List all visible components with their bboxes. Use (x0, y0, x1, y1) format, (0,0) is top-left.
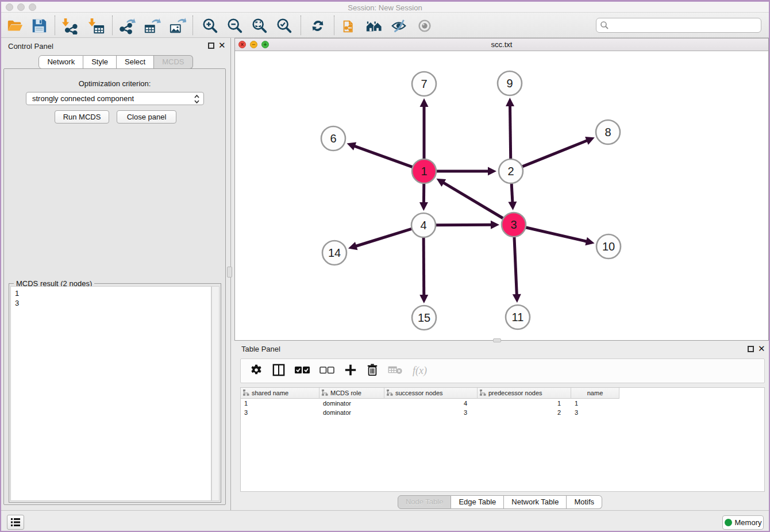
edge-4-15[interactable] (424, 237, 424, 296)
column-header-label: MCDS role (330, 390, 361, 396)
float-panel-button[interactable] (208, 43, 214, 49)
search-input[interactable] (609, 20, 761, 31)
window-title: Session: New Session (1, 3, 769, 12)
zoom-in-icon[interactable] (201, 17, 220, 35)
graph-node-label: 7 (421, 78, 427, 90)
mcds-result-list[interactable]: 13 (10, 286, 211, 501)
task-history-button[interactable] (7, 515, 24, 530)
mcds-result-line: 1 (15, 288, 211, 298)
result-scrollbar[interactable] (211, 286, 220, 501)
edge-2-8[interactable] (522, 140, 587, 167)
column-header-label: predecessor nodes (488, 390, 542, 396)
table-row[interactable]: 3dominator323 (241, 408, 764, 417)
column-header-name[interactable]: name (571, 388, 619, 399)
float-table-panel-button[interactable] (748, 346, 754, 352)
network-window-titlebar: × − + scc.txt (235, 38, 768, 51)
memory-button[interactable]: Memory (722, 515, 764, 530)
graph-node-label: 15 (418, 311, 430, 324)
zoom-fit-icon[interactable] (251, 17, 269, 35)
network-canvas[interactable]: 1234678910111415 (235, 51, 768, 340)
select-stepper-icon (194, 94, 199, 104)
hide-panel-eye-icon[interactable] (390, 17, 408, 35)
tab-edge-table[interactable]: Edge Table (451, 495, 504, 509)
import-network-icon[interactable] (61, 17, 79, 35)
column-header-shared-name[interactable]: shared name (241, 388, 319, 399)
memory-label: Memory (735, 518, 762, 527)
save-session-icon[interactable] (30, 17, 48, 35)
edge-arrowhead (420, 98, 429, 107)
graph-node-label: 11 (512, 311, 524, 323)
export-network-icon[interactable] (118, 17, 137, 35)
close-panel-icon[interactable]: ✕ (218, 40, 226, 51)
column-header-MCDS-role[interactable]: MCDS role (319, 388, 384, 399)
column-type-icon (322, 390, 328, 397)
edge-3-10[interactable] (525, 228, 587, 242)
edge-arrowhead (419, 202, 428, 211)
tab-mcds[interactable]: MCDS (154, 55, 192, 69)
show-panel-eye-icon (415, 17, 434, 35)
import-table-icon[interactable] (87, 17, 106, 35)
deselect-all-icon[interactable] (319, 366, 334, 376)
memory-status-icon (725, 519, 732, 526)
select-all-icon[interactable] (295, 366, 310, 376)
edge-arrowhead (488, 167, 496, 176)
split-panel-icon[interactable] (272, 364, 285, 379)
refresh-icon[interactable] (309, 17, 327, 35)
tab-style[interactable]: Style (83, 55, 117, 69)
zoom-selected-icon[interactable] (275, 17, 294, 35)
delete-table-icon (388, 365, 403, 377)
window-border-left (0, 2, 1, 532)
mcds-result-box: MCDS result (2 nodes) 13 (9, 283, 221, 503)
close-panel-button[interactable]: Close panel (117, 110, 176, 124)
tab-select[interactable]: Select (117, 55, 154, 69)
add-column-icon[interactable] (344, 364, 357, 379)
edge-3-1[interactable] (443, 182, 503, 218)
close-table-panel-icon[interactable]: ✕ (758, 344, 765, 354)
node-table: shared nameMCDS rolesuccessor nodesprede… (240, 387, 765, 492)
export-table-icon[interactable] (143, 17, 161, 35)
tab-node-table[interactable]: Node Table (398, 495, 452, 509)
column-header-label: name (587, 390, 603, 396)
edge-arrowhead (491, 221, 499, 229)
edge-3-11[interactable] (514, 237, 517, 295)
horizontal-splitter-handle[interactable] (493, 338, 501, 342)
table-cell: 3 (241, 408, 319, 417)
tab-network-table[interactable]: Network Table (504, 495, 567, 509)
criterion-select[interactable]: strongly connected component (26, 92, 204, 105)
vertical-splitter-handle[interactable] (227, 267, 232, 277)
table-panel: Table Panel ✕ f(x) shared nameMCDS roles… (231, 341, 769, 510)
table-settings-icon[interactable] (250, 364, 263, 379)
table-panel-title: Table Panel (241, 345, 280, 353)
layout-home-icon[interactable] (365, 17, 383, 35)
edge-4-3[interactable] (436, 225, 492, 225)
zoom-out-icon[interactable] (226, 17, 244, 35)
table-cell: 1 (571, 399, 619, 408)
edge-arrowhead (513, 294, 521, 303)
delete-column-icon[interactable] (367, 364, 378, 379)
table-body: 1dominator4113dominator323 (241, 399, 764, 417)
mcds-panel: Optimization criterion: strongly connect… (3, 68, 226, 505)
tab-network[interactable]: Network (38, 55, 83, 69)
table-cell: 2 (478, 408, 571, 417)
graph-node-label: 1 (421, 165, 427, 178)
run-mcds-button[interactable]: Run MCDS (55, 110, 109, 124)
toolbar-separator (301, 16, 301, 35)
application-window: Session: New Session (0, 0, 770, 532)
edge-2-9[interactable] (510, 105, 510, 159)
edge-2-3[interactable] (511, 183, 513, 203)
edge-arrowhead (348, 242, 358, 250)
edge-4-14[interactable] (355, 229, 412, 246)
tab-motifs[interactable]: Motifs (567, 495, 602, 509)
column-header-predecessor-nodes[interactable]: predecessor nodes (478, 388, 571, 399)
clone-network-icon[interactable] (340, 17, 359, 35)
toolbar-separator (55, 16, 55, 35)
open-session-icon[interactable] (6, 17, 24, 35)
optimization-criterion-label: Optimization criterion: (4, 79, 225, 88)
edge-1-6[interactable] (354, 146, 413, 167)
column-header-successor-nodes[interactable]: successor nodes (384, 388, 478, 399)
list-icon (10, 518, 21, 527)
table-toolbar: f(x) (240, 358, 765, 383)
table-tabs: Node TableEdge TableNetwork TableMotifs (231, 495, 769, 509)
table-row[interactable]: 1dominator411 (241, 399, 764, 408)
export-image-icon[interactable] (168, 17, 187, 35)
